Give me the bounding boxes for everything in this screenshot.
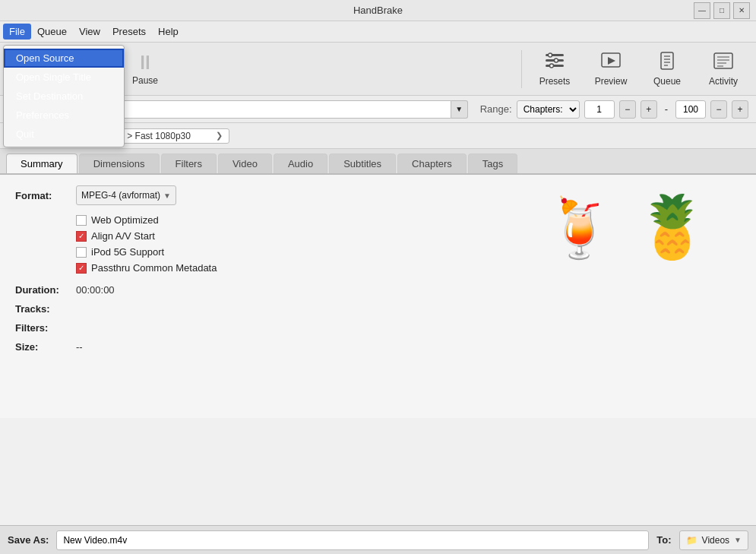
- queue-label: Queue: [653, 76, 681, 87]
- presets-label: Presets: [539, 76, 571, 87]
- menu-set-destination[interactable]: Set Destination: [4, 87, 124, 106]
- web-optimized-checkbox[interactable]: [76, 215, 87, 226]
- cocktail-icon: 🍹: [544, 196, 615, 260]
- queue-icon: [656, 52, 678, 73]
- format-value: MPEG-4 (avformat): [81, 190, 160, 201]
- svg-point-4: [555, 59, 558, 62]
- menu-file[interactable]: File Open Source Open Single Title Set D…: [3, 24, 31, 40]
- bottom-bar: Save As: To: 📁 Videos ▼: [0, 525, 756, 554]
- pause-icon: ⏸: [135, 52, 155, 72]
- menu-queue[interactable]: Queue: [31, 24, 73, 40]
- range-end-increment[interactable]: +: [732, 100, 748, 119]
- menu-help[interactable]: Help: [152, 24, 185, 40]
- activity-icon: [713, 52, 734, 73]
- size-label: Size:: [15, 341, 76, 353]
- activity-label: Activity: [709, 76, 738, 87]
- range-start-input[interactable]: [584, 100, 615, 119]
- title-filter-arrow[interactable]: ▼: [451, 100, 468, 119]
- duration-label: Duration:: [15, 284, 76, 296]
- menu-presets[interactable]: Presets: [106, 24, 152, 40]
- folder-icon: 📁: [686, 535, 697, 546]
- filters-label: Filters:: [15, 322, 76, 334]
- logo-image: 🍹 🍍: [544, 190, 710, 258]
- range-end-decrement[interactable]: −: [710, 100, 727, 119]
- ipod-5g-label: iPod 5G Support: [91, 246, 164, 258]
- format-select[interactable]: MPEG-4 (avformat) ▼: [76, 185, 176, 205]
- format-label: Format:: [15, 190, 76, 201]
- activity-button[interactable]: Activity: [697, 46, 750, 92]
- tab-summary[interactable]: Summary: [6, 154, 77, 173]
- menu-open-single-title[interactable]: Open Single Title: [4, 68, 124, 87]
- range-start-increment[interactable]: +: [641, 100, 657, 119]
- tab-video[interactable]: Video: [218, 154, 272, 173]
- toolbar-separator: [521, 50, 522, 88]
- range-area: Range: Chapters: Seconds: Frames: − + - …: [480, 100, 748, 119]
- pineapple-icon: 🍍: [634, 193, 710, 261]
- menu-open-source[interactable]: Open Source: [4, 49, 124, 68]
- format-dropdown-icon: ▼: [163, 192, 171, 200]
- range-type-select[interactable]: Chapters: Seconds: Frames:: [517, 100, 580, 119]
- title-bar: HandBrake — □ ✕: [0, 0, 756, 21]
- presets-button[interactable]: Presets: [528, 46, 581, 92]
- svg-point-5: [550, 64, 554, 68]
- passthru-label: Passthru Common Metadata: [91, 262, 217, 274]
- menu-quit[interactable]: Quit: [4, 125, 124, 144]
- checkbox-passthru: ✓ Passthru Common Metadata: [76, 262, 741, 274]
- svg-rect-2: [546, 65, 564, 67]
- duration-row: Duration: 00:00:00: [15, 284, 741, 296]
- svg-point-3: [549, 53, 552, 57]
- menu-preferences[interactable]: Preferences: [4, 106, 124, 125]
- tab-subtitles[interactable]: Subtitles: [329, 154, 396, 173]
- tracks-label: Tracks:: [15, 303, 76, 315]
- range-separator: -: [665, 103, 668, 115]
- tabs-bar: Summary Dimensions Filters Video Audio S…: [0, 149, 756, 175]
- preset-expand-icon[interactable]: ❯: [216, 131, 223, 141]
- preview-icon: [600, 52, 622, 73]
- range-start-decrement[interactable]: −: [619, 100, 636, 119]
- tracks-row: Tracks:: [15, 303, 741, 315]
- tab-dimensions[interactable]: Dimensions: [79, 154, 160, 173]
- web-optimized-label: Web Optimized: [91, 214, 159, 226]
- size-row: Size: --: [15, 341, 741, 353]
- presets-icon: [544, 52, 565, 73]
- window-title: HandBrake: [353, 5, 403, 16]
- window-controls: — □ ✕: [694, 2, 750, 19]
- queue-button[interactable]: Queue: [641, 46, 694, 92]
- tab-filters[interactable]: Filters: [161, 154, 217, 173]
- close-button[interactable]: ✕: [733, 2, 750, 19]
- save-as-input[interactable]: [56, 530, 649, 550]
- save-as-label: Save As:: [8, 534, 49, 546]
- preview-button[interactable]: Preview: [584, 46, 637, 92]
- file-dropdown: Open Source Open Single Title Set Destin…: [3, 45, 125, 147]
- menubar: File Open Source Open Single Title Set D…: [0, 21, 756, 43]
- maximize-button[interactable]: □: [713, 2, 730, 19]
- passthru-checkbox[interactable]: ✓: [76, 263, 87, 274]
- svg-marker-7: [608, 57, 615, 65]
- tab-tags[interactable]: Tags: [468, 154, 517, 173]
- tab-audio[interactable]: Audio: [274, 154, 327, 173]
- menu-view[interactable]: View: [73, 24, 106, 40]
- align-av-checkbox[interactable]: ✓: [76, 231, 87, 242]
- size-value: --: [76, 341, 83, 353]
- filters-row: Filters:: [15, 322, 741, 334]
- duration-value: 00:00:00: [76, 284, 115, 296]
- align-av-label: Align A/V Start: [91, 230, 155, 242]
- range-end-input[interactable]: [675, 100, 706, 119]
- minimize-button[interactable]: —: [694, 2, 710, 19]
- info-rows: Duration: 00:00:00 Tracks: Filters: Size…: [15, 284, 741, 353]
- range-label: Range:: [480, 103, 512, 115]
- pause-button[interactable]: ⏸ Pause: [119, 46, 172, 92]
- tab-chapters[interactable]: Chapters: [397, 154, 467, 173]
- to-label: To:: [656, 534, 671, 546]
- folder-button[interactable]: 📁 Videos ▼: [679, 530, 748, 550]
- pause-label: Pause: [132, 75, 158, 86]
- svg-rect-8: [661, 52, 673, 69]
- ipod-5g-checkbox[interactable]: [76, 247, 87, 258]
- folder-label: Videos: [702, 535, 729, 546]
- preview-label: Preview: [595, 76, 628, 87]
- folder-dropdown-icon: ▼: [734, 536, 742, 544]
